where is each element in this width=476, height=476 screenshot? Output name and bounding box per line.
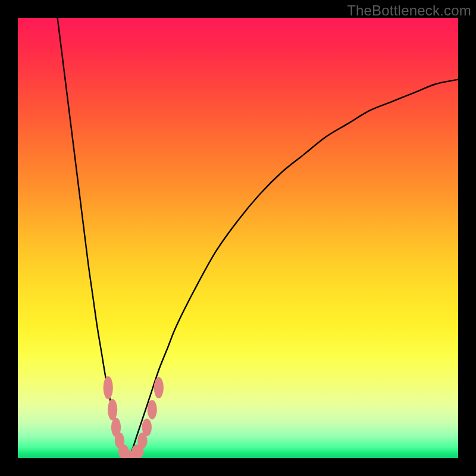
watermark-text: TheBottleneck.com [347,2,471,19]
plot-area [18,18,458,458]
chart-frame: TheBottleneck.com [0,0,476,476]
data-marker [148,400,157,419]
data-marker [154,377,164,399]
data-marker [104,376,113,399]
data-marker [142,418,152,436]
curve-left-branch [58,18,128,458]
curve-right-branch [128,80,458,458]
curve-layer [18,18,458,458]
data-marker [108,399,117,421]
